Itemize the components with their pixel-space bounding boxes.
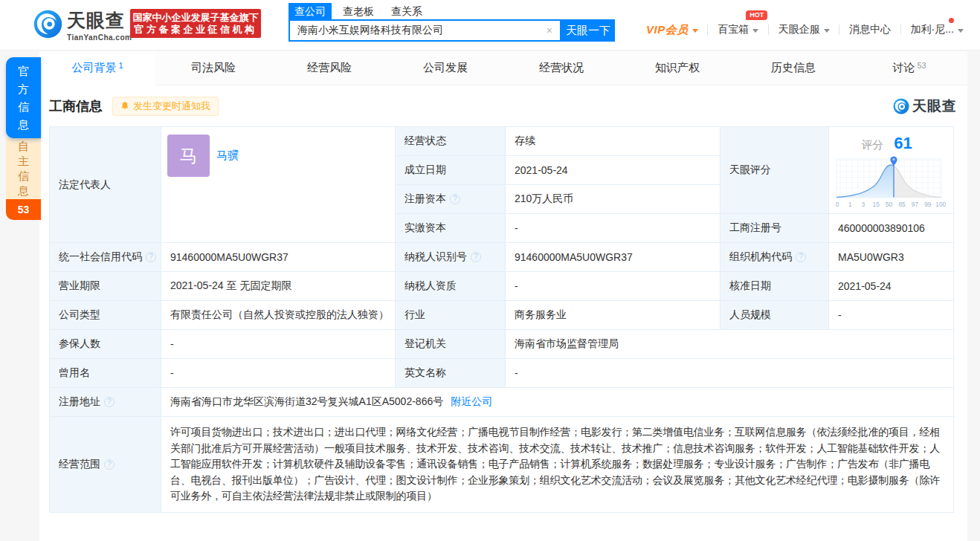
help-icon[interactable] <box>450 194 460 204</box>
score-value: 61 <box>894 134 912 153</box>
field-value-approve-date: 2021-05-24 <box>829 272 953 300</box>
logo-domain: TianYanCha.com <box>67 33 132 42</box>
svg-text:85: 85 <box>898 201 906 208</box>
search-button[interactable]: 天眼一下 <box>561 19 615 42</box>
field-value-legal-rep: 马 马骥 <box>161 127 395 242</box>
score-header: 评分 61 <box>861 134 912 153</box>
treasure-label: 百宝箱 <box>718 23 749 36</box>
tab-company-development[interactable]: 公司发展 <box>387 51 503 85</box>
tab-intellectual-property[interactable]: 知识产权 <box>619 51 735 85</box>
tab-operating-status[interactable]: 经营状况 <box>503 51 619 85</box>
tab-discussion[interactable]: 讨论53 <box>851 51 967 85</box>
menu-vip[interactable]: VIP会员 <box>646 23 698 37</box>
field-value-reg-capital: 210万人民币 <box>506 185 720 213</box>
logo-text[interactable]: 天眼查 TianYanCha.com <box>67 9 132 42</box>
field-value-paid-capital: - <box>506 214 720 242</box>
svg-text:1: 1 <box>848 201 852 208</box>
svg-text:3: 3 <box>861 201 865 208</box>
label-text: 经营范围 <box>59 458 100 471</box>
tab-operating-risk[interactable]: 经营风险 <box>271 51 387 85</box>
score-chart-cell: 评分 61 0131550859799100 <box>829 127 953 213</box>
tab-label: 公司背景 <box>71 61 116 75</box>
badge-line2: 官方备案企业征信机构 <box>130 24 261 36</box>
search-tab-boss[interactable]: 查老板 <box>337 3 380 19</box>
svg-text:0: 0 <box>836 201 839 208</box>
search-box: × <box>288 19 561 42</box>
help-icon[interactable] <box>104 459 115 470</box>
section-title: 工商信息 <box>49 97 103 115</box>
tab-history-info[interactable]: 历史信息 <box>735 51 851 85</box>
company-nav-tabs: 公司背景1 司法风险 经营风险 公司发展 经营状况 知识产权 历史信息 讨论53 <box>39 51 967 85</box>
field-label-staff-size: 人员规模 <box>721 301 828 329</box>
tab-judicial-risk[interactable]: 司法风险 <box>155 51 271 85</box>
field-label-term: 营业期限 <box>50 272 161 300</box>
field-value-reg-no: 460000003890106 <box>829 214 953 242</box>
address-text: 海南省海口市龙华区滨海街道32号复兴城A1区A5002-866号 <box>170 395 443 409</box>
tianyancha-logo-icon[interactable] <box>33 10 62 39</box>
logo-title: 天眼查 <box>67 9 132 32</box>
tab-label: 知识产权 <box>655 61 700 75</box>
field-value-taxpayer-id: 91460000MA5U0WGR37 <box>506 243 720 271</box>
field-label-taxpayer-quality: 纳税人资质 <box>396 272 505 300</box>
label-text: 统一社会信用代码 <box>59 250 142 264</box>
side-tabs: 官方信息 自主信息 53 <box>6 57 41 220</box>
label-text: 注册地址 <box>59 395 100 409</box>
field-label-est-date: 成立日期 <box>396 156 505 184</box>
legal-rep-avatar[interactable]: 马 <box>167 135 210 177</box>
side-tab-self-info[interactable]: 自主信息 <box>6 138 41 199</box>
field-label-approve-date: 核准日期 <box>721 272 828 300</box>
help-icon[interactable] <box>796 252 806 262</box>
tab-label: 经营状况 <box>539 61 584 75</box>
search-tab-company[interactable]: 查公司 <box>288 3 332 19</box>
chevron-down-icon <box>692 29 698 33</box>
field-value-former-name: - <box>161 359 395 387</box>
field-label-credit-code: 统一社会信用代码 <box>50 243 161 271</box>
notify-on-change-button[interactable]: 发生变更时通知我 <box>112 97 219 116</box>
field-label-taxpayer-id: 纳税人识别号 <box>396 243 505 271</box>
field-value-term: 2021-05-24 至 无固定期限 <box>161 272 395 300</box>
field-label-address: 注册地址 <box>50 388 161 416</box>
field-value-address: 海南省海口市龙华区滨海街道32号复兴城A1区A5002-866号附近公司 <box>161 388 953 416</box>
side-tab-official-info[interactable]: 官方信息 <box>6 57 41 138</box>
menu-treasure-box[interactable]: 百宝箱HOT <box>718 23 758 36</box>
field-value-org-code: MA5U0WGR3 <box>829 243 953 271</box>
field-label-company-type: 公司类型 <box>50 301 161 329</box>
legal-rep-name-link[interactable]: 马骥 <box>216 149 239 163</box>
tab-count: 53 <box>917 61 926 70</box>
username: 加利·尼... <box>911 23 954 36</box>
field-value-staff-size: - <box>829 301 953 329</box>
search-input[interactable] <box>290 25 539 36</box>
tab-company-background[interactable]: 公司背景1 <box>39 51 155 85</box>
field-label-status: 经营状态 <box>396 127 505 155</box>
svg-text:50: 50 <box>886 201 893 208</box>
self-info-count-badge[interactable]: 53 <box>6 199 41 220</box>
services-label: 天眼企服 <box>778 23 820 36</box>
field-value-english-name: - <box>506 359 953 387</box>
help-icon[interactable] <box>104 397 115 407</box>
field-value-est-date: 2021-05-24 <box>506 156 720 184</box>
menu-user[interactable]: 加利·尼... <box>911 23 964 36</box>
certification-badge: 国家中小企业发展子基金旗下 官方备案企业征信机构 <box>130 9 261 38</box>
field-label-reg-authority: 登记机关 <box>396 330 505 358</box>
menu-separator <box>839 25 839 35</box>
help-icon[interactable] <box>471 252 481 262</box>
field-value-business-scope: 许可项目货物进出口；技术进出口；进出口代理；网络文化经营；广播电视节目制作经营；… <box>161 417 953 512</box>
menu-messages[interactable]: 消息中心 <box>849 23 891 36</box>
messages-label: 消息中心 <box>849 23 891 36</box>
field-value-taxpayer-quality: - <box>506 272 720 300</box>
field-label-business-scope: 经营范围 <box>50 417 161 512</box>
nearby-companies-link[interactable]: 附近公司 <box>451 395 492 409</box>
field-label-score: 天眼评分 <box>721 127 828 213</box>
search-tab-relation[interactable]: 查关系 <box>385 3 428 19</box>
svg-text:100: 100 <box>935 201 946 208</box>
field-value-reg-authority: 海南省市场监督管理局 <box>506 330 953 358</box>
help-icon[interactable] <box>146 252 156 262</box>
bell-icon <box>120 101 129 111</box>
menu-enterprise-services[interactable]: 天眼企服 <box>778 23 830 36</box>
vip-label: VIP会员 <box>646 23 689 37</box>
menu-separator <box>900 25 901 35</box>
field-value-industry: 商务服务业 <box>506 301 720 329</box>
label-text: 组织机构代码 <box>729 250 792 264</box>
clear-search-icon[interactable]: × <box>539 25 560 36</box>
tab-label: 公司发展 <box>423 61 468 75</box>
